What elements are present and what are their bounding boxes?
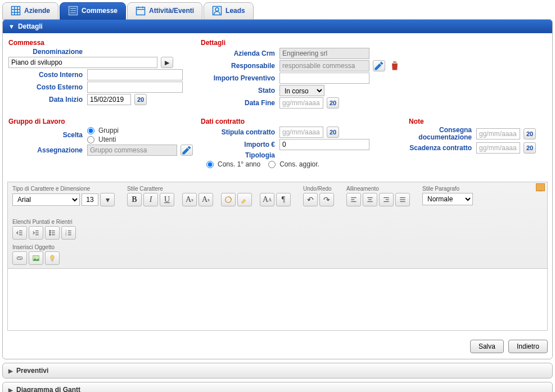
- rte-undo-label: Undo/Redo: [303, 186, 334, 192]
- italic-button[interactable]: I: [143, 193, 158, 206]
- align-left-button[interactable]: [346, 193, 361, 206]
- font-size-input[interactable]: [82, 193, 98, 206]
- tab-commesse[interactable]: Commesse: [60, 2, 126, 20]
- consegna-input[interactable]: [476, 128, 520, 139]
- tipologia-label: Tipologia: [201, 151, 279, 159]
- calendar-button[interactable]: 20: [327, 127, 339, 138]
- tipologia-aggior-label: Cons. aggior.: [279, 160, 319, 168]
- data-inizio-input[interactable]: [87, 94, 131, 105]
- calendar-button[interactable]: 20: [524, 142, 536, 154]
- accordion-gantt[interactable]: ▶ Diagramma di Gantt: [2, 382, 553, 392]
- form-actions: Salva Indietro: [3, 334, 552, 359]
- data-fine-input[interactable]: [279, 97, 323, 109]
- font-size-stepper[interactable]: ▾: [100, 193, 115, 206]
- font-color-button[interactable]: AA: [260, 193, 274, 206]
- rte-align-label: Allineamento: [346, 186, 410, 192]
- rte-textarea[interactable]: [8, 268, 547, 330]
- indent-button[interactable]: [29, 226, 43, 240]
- tipologia-cons1-radio[interactable]: [206, 161, 214, 168]
- rte-insert-label: Inserisci Oggetto: [12, 244, 60, 250]
- outdent-button[interactable]: [12, 226, 27, 240]
- save-button[interactable]: Salva: [470, 340, 504, 353]
- tipologia-cons1-label: Cons. 1° anno: [218, 160, 260, 168]
- costo-esterno-label: Costo Esterno: [8, 83, 87, 91]
- align-right-button[interactable]: [379, 193, 394, 206]
- calendar-button[interactable]: 20: [327, 97, 339, 109]
- svg-point-36: [49, 235, 51, 236]
- bullet-list-button[interactable]: [45, 226, 60, 240]
- costo-interno-input[interactable]: [87, 69, 183, 80]
- azienda-crm-label: Azienda Crm: [201, 49, 279, 57]
- align-center-button[interactable]: [363, 193, 377, 206]
- back-button[interactable]: Indietro: [508, 340, 548, 353]
- tab-leads[interactable]: Leads: [204, 2, 254, 20]
- superscript-button[interactable]: Ax: [198, 193, 213, 206]
- bold-button[interactable]: B: [127, 193, 142, 206]
- font-name-select[interactable]: Arial: [12, 193, 80, 206]
- accordion-preventivi[interactable]: ▶ Preventivi: [2, 363, 553, 379]
- scelta-utenti-radio[interactable]: [87, 136, 94, 143]
- assegnazione-input: [87, 145, 177, 156]
- scelta-gruppi-label: Gruppi: [98, 127, 119, 134]
- grid-icon: [11, 6, 21, 16]
- scadenza-input[interactable]: [476, 142, 520, 154]
- insert-link-button[interactable]: [12, 251, 27, 265]
- col-commessa: Commessa Denominazione ▶ Costo Interno C…: [8, 39, 193, 110]
- col-note: Note Consegna documentazione 20 Scadenza…: [409, 118, 547, 169]
- tab-label: Leads: [225, 7, 245, 15]
- denominazione-input[interactable]: [8, 57, 157, 68]
- tab-label: Commesse: [82, 7, 118, 15]
- calendar-button[interactable]: 20: [134, 94, 147, 105]
- stipula-input[interactable]: [279, 127, 323, 138]
- col-dati-contratto: Dati contratto Stipula contratto 20 Impo…: [201, 118, 401, 169]
- tab-label: Attività/Eventi: [149, 7, 194, 15]
- edit-button[interactable]: [373, 60, 385, 71]
- text-color-button[interactable]: [221, 193, 236, 206]
- tab-attivita[interactable]: Attività/Eventi: [127, 2, 202, 20]
- undo-button[interactable]: ↶: [303, 193, 318, 206]
- rte-font-label: Tipo di Carattere e Dimensione: [12, 186, 115, 192]
- para-style-select[interactable]: Normale: [422, 193, 473, 205]
- group-title-dati-contratto: Dati contratto: [201, 118, 401, 125]
- rte-group-list: Elenchi Puntati e Rientri 123: [12, 219, 76, 240]
- costo-esterno-input[interactable]: [87, 82, 183, 93]
- importo-eur-input[interactable]: [279, 139, 369, 150]
- stato-select[interactable]: In corso: [279, 85, 324, 96]
- scadenza-label: Scadenza contratto: [409, 144, 476, 152]
- subscript-button[interactable]: Ax: [182, 193, 197, 206]
- section-header-dettagli[interactable]: ▼ Dettagli: [3, 20, 552, 33]
- section-title: Dettagli: [18, 22, 43, 30]
- number-list-button[interactable]: 123: [61, 226, 76, 240]
- play-button[interactable]: ▶: [161, 57, 173, 68]
- align-justify-button[interactable]: [395, 193, 410, 206]
- redo-button[interactable]: ↷: [319, 193, 334, 206]
- insert-idea-button[interactable]: [45, 251, 60, 265]
- edit-assegnazione-button[interactable]: [181, 145, 193, 156]
- form-area: Commessa Denominazione ▶ Costo Interno C…: [3, 33, 552, 178]
- calendar-icon: [136, 6, 146, 16]
- svg-point-34: [49, 231, 51, 232]
- calendar-button[interactable]: 20: [524, 128, 536, 139]
- scelta-gruppi-radio[interactable]: [87, 127, 94, 134]
- svg-rect-9: [137, 7, 145, 15]
- pilcrow-button[interactable]: ¶: [276, 193, 291, 206]
- list-icon: [68, 6, 78, 16]
- chevron-right-icon: ▶: [8, 368, 13, 374]
- rte-para-label: Stile Paragrafo: [422, 186, 473, 192]
- tipologia-aggior-radio[interactable]: [268, 161, 276, 168]
- svg-point-47: [34, 256, 35, 258]
- rte-group-style: Stile Carattere B I U Ax Ax AA ¶: [127, 186, 291, 206]
- highlight-button[interactable]: [237, 193, 252, 206]
- underline-button[interactable]: U: [160, 193, 174, 206]
- svg-text:3: 3: [65, 233, 66, 236]
- insert-image-button[interactable]: [29, 251, 43, 265]
- chevron-right-icon: ▶: [8, 387, 13, 393]
- scelta-utenti-label: Utenti: [98, 136, 116, 143]
- assegnazione-label: Assegnazione: [8, 146, 87, 154]
- tab-aziende[interactable]: Aziende: [2, 2, 58, 20]
- data-inizio-label: Data Inizio: [8, 96, 87, 103]
- importo-preventivo-input[interactable]: [279, 73, 369, 84]
- minimize-button[interactable]: _: [536, 183, 545, 191]
- accordion-label: Diagramma di Gantt: [16, 386, 80, 392]
- delete-button[interactable]: [389, 60, 401, 71]
